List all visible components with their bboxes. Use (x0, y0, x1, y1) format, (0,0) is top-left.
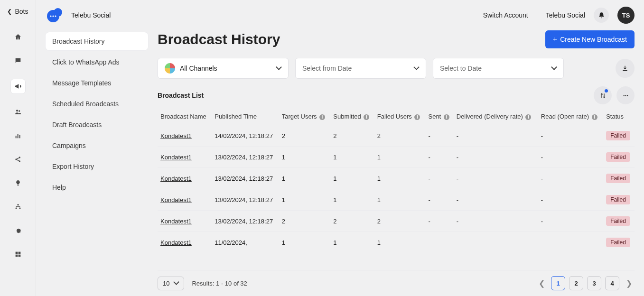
svg-rect-4 (19, 135, 20, 139)
download-icon (621, 65, 629, 72)
sidebar-item-draft[interactable]: Draft Broadcasts (46, 116, 148, 134)
cell-delivered: - (454, 189, 538, 211)
bell-icon (598, 12, 605, 19)
col-submitted: Submitted i (330, 108, 374, 125)
broadcast-name[interactable]: Kondatest1 (158, 147, 212, 168)
gear-icon[interactable] (13, 225, 23, 236)
broadcast-name[interactable]: Kondatest1 (158, 189, 212, 211)
sort-button[interactable] (594, 86, 612, 104)
cell-submitted: 1 (330, 168, 374, 189)
cell-failed: 1 (374, 232, 426, 253)
create-broadcast-button[interactable]: + Create New Broadcast (545, 30, 635, 48)
sidebar-item-message-templates[interactable]: Message Templates (46, 74, 148, 92)
cell-status: Failed (603, 168, 635, 189)
icon-rail: ❮ Bots (0, 0, 36, 296)
sidemenu: Broadcast History Click to WhatsApp Ads … (46, 30, 148, 296)
info-icon[interactable]: i (525, 114, 531, 120)
table-row: Kondatest113/02/2024, 12:18:27111---Fail… (158, 189, 635, 211)
cell-delivered: - (454, 168, 538, 189)
cell-submitted: 1 (330, 147, 374, 168)
info-icon[interactable]: i (414, 114, 420, 120)
channels-icon (165, 63, 175, 74)
chevron-left-icon: ❮ (7, 8, 12, 15)
plus-icon: + (553, 35, 557, 44)
broadcast-name[interactable]: Kondatest1 (158, 232, 212, 253)
broadcast-name[interactable]: Kondatest1 (158, 168, 212, 189)
status-badge: Failed (606, 131, 630, 140)
cell-delivered: - (454, 147, 538, 168)
sidebar-item-campaigns[interactable]: Campaigns (46, 137, 148, 155)
info-icon[interactable]: i (592, 114, 597, 120)
table-row: Kondatest113/02/2024, 12:18:27222---Fail… (158, 211, 635, 232)
list-title: Broadcast List (158, 92, 204, 99)
grid-icon[interactable] (13, 249, 23, 259)
table-row: Kondatest113/02/2024, 12:18:27111---Fail… (158, 168, 635, 189)
page-3[interactable]: 3 (587, 276, 601, 290)
sidebar-item-export-history[interactable]: Export History (46, 157, 148, 176)
brand-logo-icon (46, 6, 65, 25)
account-name[interactable]: Telebu Social (546, 11, 585, 19)
svg-rect-14 (18, 255, 20, 257)
page-4[interactable]: 4 (605, 276, 619, 290)
next-page-button[interactable]: ❯ (623, 278, 635, 289)
sidebar-item-broadcast-history[interactable]: Broadcast History (46, 32, 148, 50)
svg-point-0 (16, 110, 18, 111)
download-button[interactable] (616, 59, 635, 78)
info-icon[interactable]: i (444, 114, 449, 120)
sidebar-item-scheduled[interactable]: Scheduled Broadcasts (46, 95, 148, 113)
sidebar-item-help[interactable]: Help (46, 178, 148, 196)
svg-point-19 (55, 15, 56, 17)
cell-time: 13/02/2024, 12:18:27 (212, 168, 279, 189)
to-date-filter[interactable]: Select to Date (433, 58, 564, 79)
switch-account-link[interactable]: Switch Account (483, 11, 528, 19)
cell-delivered: - (454, 211, 538, 232)
cell-status: Failed (603, 211, 635, 232)
pagesize-select[interactable]: 10 (158, 277, 184, 290)
chevron-down-icon (277, 66, 281, 71)
chart-icon[interactable] (13, 130, 23, 141)
cell-target: 1 (279, 147, 330, 168)
info-icon[interactable]: i (364, 114, 369, 120)
svg-point-17 (50, 15, 51, 17)
cell-submitted: 2 (330, 125, 374, 147)
back-link[interactable]: ❮ Bots (7, 4, 28, 23)
more-button[interactable] (616, 86, 635, 104)
cell-time: 13/02/2024, 12:18:27 (212, 189, 279, 211)
svg-rect-13 (15, 255, 18, 257)
svg-point-20 (623, 95, 624, 96)
cell-status: Failed (603, 232, 635, 253)
chat-icon[interactable] (13, 56, 23, 66)
sort-icon (599, 92, 607, 99)
avatar[interactable]: TS (617, 7, 635, 24)
svg-rect-11 (15, 252, 18, 254)
cell-delivered: - (454, 125, 538, 147)
back-label: Bots (15, 8, 28, 15)
home-icon[interactable] (13, 32, 23, 42)
cell-failed: 1 (374, 147, 426, 168)
bulb-icon[interactable] (13, 178, 23, 188)
channel-filter[interactable]: All Channels (158, 58, 289, 79)
cell-sent (425, 232, 453, 253)
cell-submitted: 2 (330, 211, 374, 232)
cell-read: - (538, 125, 603, 147)
prev-page-button[interactable]: ❮ (536, 278, 547, 289)
from-date-filter[interactable]: Select from Date (295, 58, 426, 79)
cell-read: - (538, 147, 603, 168)
cell-target: 1 (279, 168, 330, 189)
megaphone-icon[interactable] (11, 79, 25, 93)
svg-point-16 (54, 8, 62, 17)
cell-target: 1 (279, 189, 330, 211)
broadcast-name[interactable]: Kondatest1 (158, 125, 212, 147)
share-icon[interactable] (13, 154, 23, 165)
users-icon[interactable] (13, 107, 23, 117)
cell-sent: - (425, 125, 453, 147)
info-icon[interactable]: i (319, 114, 325, 120)
cell-status: Failed (603, 125, 635, 147)
page-2[interactable]: 2 (569, 276, 583, 290)
page-1[interactable]: 1 (551, 276, 565, 290)
workflow-icon[interactable] (13, 202, 23, 212)
broadcast-name[interactable]: Kondatest1 (158, 211, 212, 232)
status-badge: Failed (606, 238, 630, 247)
notifications-button[interactable] (594, 8, 609, 23)
sidebar-item-whatsapp-ads[interactable]: Click to WhatsApp Ads (46, 53, 148, 71)
